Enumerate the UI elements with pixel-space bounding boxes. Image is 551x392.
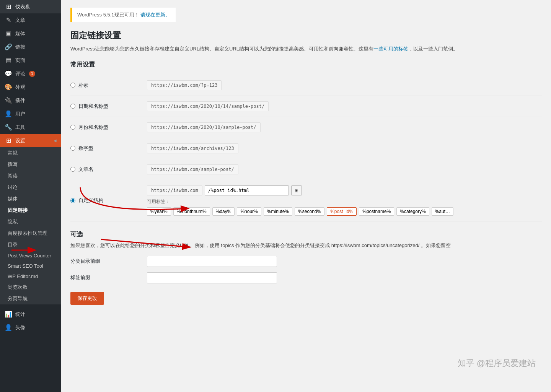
submenu-writing[interactable]: 撰写	[0, 159, 61, 170]
submenu-general[interactable]: 常规	[0, 147, 61, 159]
custom-label[interactable]: 自定义结构	[70, 197, 147, 204]
update-link[interactable]: 请现在更新。	[140, 12, 170, 18]
available-tags-label: 可用标签：	[147, 198, 542, 205]
comments-badge: 1	[29, 71, 35, 77]
sidebar-item-label: 插件	[15, 97, 25, 104]
submenu-wpeditor[interactable]: WP Editor.md	[0, 271, 61, 281]
sidebar-item-dashboard[interactable]: ⊞ 仪表盘	[0, 0, 61, 13]
month-name-text: 月份和名称型	[78, 124, 108, 131]
appearance-icon: 🎨	[5, 83, 12, 91]
submenu-catalog[interactable]: 目录	[0, 239, 61, 250]
submenu-discussion[interactable]: 讨论	[0, 182, 61, 193]
custom-url-input[interactable]	[205, 185, 289, 195]
settings-arrow-icon: ◀	[54, 138, 57, 143]
plain-radio[interactable]	[70, 83, 75, 88]
common-settings-title: 常用设置	[70, 61, 542, 69]
sidebar-item-users[interactable]: 👤 用户	[0, 107, 61, 120]
page-description: WordPress让您能够为您的永久链接和存档建立自定义URL结构。自定义URL…	[70, 45, 542, 53]
save-button[interactable]: 保存更改	[70, 292, 104, 305]
sidebar-item-media[interactable]: ▣ 媒体	[0, 27, 61, 40]
submenu-permalinks[interactable]: 固定链接	[0, 205, 61, 216]
tools-icon: 🔧	[5, 124, 12, 131]
desc-link[interactable]: 一些可用的标签	[373, 46, 408, 52]
numeric-radio[interactable]	[70, 146, 75, 151]
custom-text: 自定义结构	[78, 197, 103, 204]
sidebar-item-links[interactable]: 🔗 链接	[0, 40, 61, 54]
settings-area: 朴素 https://iswbm.com/?p=123 日期和名称型	[70, 75, 542, 221]
submenu-postviews[interactable]: Post Views Counter	[0, 250, 61, 261]
sidebar-item-comments[interactable]: 💬 评论 1	[0, 67, 61, 80]
submenu-smartseo[interactable]: Smart SEO Tool	[0, 261, 61, 271]
sidebar-item-label: 外观	[15, 84, 25, 91]
submenu-media[interactable]: 媒体	[0, 193, 61, 205]
option-numeric: 数字型 https://iswbm.com/archives/123	[70, 138, 542, 159]
tag-category[interactable]: %category%	[396, 207, 429, 216]
submenu-browsecount[interactable]: 浏览次数	[0, 281, 61, 293]
sidebar-item-label: 工具	[15, 124, 25, 131]
links-icon: 🔗	[5, 43, 12, 50]
tag-second[interactable]: %second%	[295, 207, 324, 216]
submenu-baidu[interactable]: 百度搜索推送管理	[0, 228, 61, 239]
custom-url-base: https://iswbm.com	[147, 185, 202, 195]
tag-postname[interactable]: %postname%	[359, 207, 394, 216]
option-day-name: 日期和名称型 https://iswbm.com/2020/10/14/samp…	[70, 96, 542, 117]
permalink-options-table: 朴素 https://iswbm.com/?p=123 日期和名称型	[70, 75, 542, 221]
sidebar-item-label: 链接	[15, 44, 25, 50]
submenu-pagenav[interactable]: 分页导航	[0, 293, 61, 304]
tag-input[interactable]	[147, 272, 277, 283]
sidebar-item-pages[interactable]: ▤ 页面	[0, 54, 61, 67]
tag-minute[interactable]: %minute%	[264, 207, 292, 216]
custom-url-tag-button[interactable]: ⊞	[291, 185, 302, 195]
plain-label[interactable]: 朴素	[70, 82, 147, 89]
sidebar-item-label: 媒体	[15, 30, 25, 37]
tag-year[interactable]: %year%	[147, 207, 171, 216]
sidebar-item-label: 评论	[15, 70, 25, 77]
optional-section: 可选 如果您喜欢，您可以在此给您的分类和标签自定义URL。例如，使用 topic…	[70, 231, 542, 305]
desc-suffix: ，以及一些入门范例。	[408, 46, 458, 52]
update-notice: WordPress 5.5.1现已可用！ 请现在更新。	[70, 8, 176, 22]
custom-radio[interactable]	[70, 198, 75, 203]
posts-icon: ✎	[5, 16, 12, 24]
tag-post_id[interactable]: %post_id%	[327, 207, 357, 216]
tag-prefix-row: 标签前缀	[70, 272, 542, 283]
sidebar-item-avatar[interactable]: 👤 头像	[0, 321, 61, 334]
sidebar-item-posts[interactable]: ✎ 文章	[0, 13, 61, 27]
optional-title: 可选	[70, 231, 542, 239]
day-name-radio[interactable]	[70, 104, 75, 109]
post-name-text: 文章名	[78, 166, 93, 173]
avatar-icon: 👤	[5, 324, 12, 331]
option-post-name: 文章名 https://iswbm.com/sample-post/	[70, 159, 542, 180]
post-name-radio[interactable]	[70, 167, 75, 172]
optional-desc: 如果您喜欢，您可以在此给您的分类和标签自定义URL。例如，使用 topics 作…	[70, 242, 542, 250]
category-prefix-row: 分类目录前缀	[70, 256, 542, 267]
post-name-label[interactable]: 文章名	[70, 166, 147, 173]
sidebar-item-appearance[interactable]: 🎨 外观	[0, 80, 61, 94]
stats-icon: 📊	[5, 311, 12, 318]
sidebar-item-label: 设置	[15, 137, 25, 144]
sidebar-item-settings[interactable]: ⊞ 设置 ◀	[0, 134, 61, 147]
tag-hour[interactable]: %hour%	[237, 207, 261, 216]
tag-author[interactable]: %aut…	[432, 207, 453, 216]
sidebar: ⊞ 仪表盘 ✎ 文章 ▣ 媒体 🔗 链接 ▤ 页面 💬 评论 1 🎨 外观 🔌 …	[0, 0, 61, 392]
tag-day[interactable]: %day%	[212, 207, 235, 216]
month-name-radio[interactable]	[70, 125, 75, 130]
sidebar-item-stats[interactable]: 📊 统计	[0, 307, 61, 321]
tags-list: %year%%monthnum%%day%%hour%%minute%%seco…	[147, 207, 542, 216]
page-title: 固定链接设置	[70, 30, 542, 41]
sidebar-item-tools[interactable]: 🔧 工具	[0, 120, 61, 134]
numeric-text: 数字型	[78, 145, 93, 152]
plain-text: 朴素	[78, 82, 88, 89]
tag-monthnum[interactable]: %monthnum%	[173, 207, 210, 216]
option-custom: 自定义结构 https://iswbm.com ⊞ 可用标签： %year%%m…	[70, 180, 542, 221]
sidebar-item-label: 头像	[15, 324, 25, 331]
submenu-reading[interactable]: 阅读	[0, 170, 61, 182]
submenu-privacy[interactable]: 隐私	[0, 216, 61, 228]
numeric-label[interactable]: 数字型	[70, 145, 147, 152]
users-icon: 👤	[5, 110, 12, 117]
dashboard-icon: ⊞	[5, 3, 12, 10]
sidebar-item-plugins[interactable]: 🔌 插件	[0, 94, 61, 107]
month-name-label[interactable]: 月份和名称型	[70, 124, 147, 131]
category-input[interactable]	[147, 256, 277, 267]
day-name-label[interactable]: 日期和名称型	[70, 103, 147, 110]
pages-icon: ▤	[5, 57, 12, 64]
